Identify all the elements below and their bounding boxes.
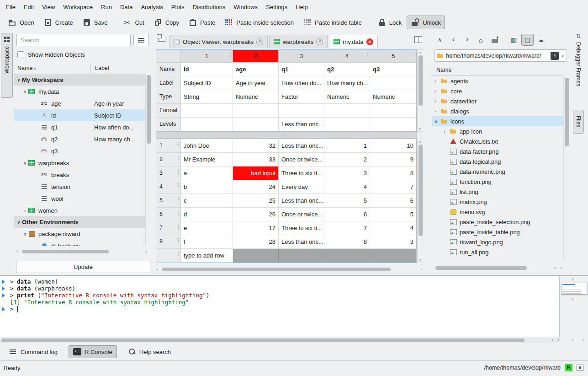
cut-button[interactable]: Cut — [119, 16, 148, 29]
meta-cell[interactable]: How often do... — [279, 76, 324, 90]
file-tree-item[interactable]: data-factor.png — [432, 146, 563, 156]
column-grip-icon[interactable] — [228, 53, 232, 57]
row-grip-icon[interactable] — [176, 142, 180, 146]
workspace-tree-item[interactable]: tension — [14, 181, 145, 193]
workspace-tree-item[interactable]: ∨ package:rkward — [14, 228, 145, 240]
data-cell[interactable]: 32 — [233, 139, 279, 153]
file-tree-item[interactable]: function.png — [432, 177, 563, 187]
meta-cell[interactable]: Numeric — [324, 90, 370, 104]
prompt-marker-icon[interactable] — [2, 307, 5, 312]
forward-button[interactable] — [461, 34, 473, 46]
workspace-tree-item[interactable]: › women — [14, 204, 145, 216]
data-cell[interactable]: Once or twice... — [279, 153, 324, 167]
meta-row-header[interactable]: Format — [156, 104, 181, 118]
scrollbar-handle[interactable] — [435, 266, 527, 270]
row-grip-icon[interactable] — [176, 225, 180, 229]
scrollbar-handle[interactable] — [418, 55, 423, 106]
data-cell[interactable]: b — [181, 180, 233, 194]
menu-item[interactable]: Workspace — [59, 1, 97, 13]
prompt-marker-icon[interactable] — [2, 286, 5, 291]
data-cell[interactable]: 9 — [370, 153, 416, 167]
prompt-marker-icon[interactable] — [2, 293, 5, 298]
dock-arrows-icon[interactable] — [576, 33, 581, 39]
data-cell[interactable]: 8 — [324, 235, 370, 249]
paste-inside-table-button[interactable]: Paste inside table — [299, 16, 366, 29]
menu-item[interactable]: View — [38, 1, 59, 13]
data-cell[interactable]: Less than onc... — [279, 235, 324, 249]
search-input[interactable] — [16, 34, 131, 46]
column-grip-icon[interactable] — [319, 53, 323, 57]
data-cell[interactable]: 10 — [370, 139, 416, 153]
scroll-right-icon[interactable] — [420, 266, 422, 272]
meta-pane-scrollbar[interactable] — [417, 49, 423, 132]
meta-row-header[interactable]: Name — [156, 63, 181, 76]
scrollbar-handle[interactable] — [147, 75, 151, 144]
workspace-tree-item[interactable]: q3 — [14, 145, 145, 157]
meta-cell[interactable]: How many ch... — [324, 76, 370, 90]
file-tree-item[interactable]: › app-icon — [432, 126, 563, 136]
data-cell[interactable]: John Doe — [181, 139, 233, 153]
column-header[interactable]: 1 — [181, 50, 233, 63]
data-cell[interactable]: Mr Example — [181, 153, 233, 167]
data-cell[interactable]: 6 — [324, 208, 370, 221]
file-tree-item[interactable]: › dataeditor — [432, 96, 563, 106]
scroll-up-icon[interactable]: ∧ — [571, 277, 574, 281]
file-tree-item[interactable]: data-numeric.png — [432, 167, 563, 177]
scroll-down-icon[interactable] — [418, 258, 423, 262]
close-modified-tab-icon[interactable]: × — [366, 38, 373, 45]
name-column-header[interactable]: Name — [17, 65, 37, 71]
r-console-button[interactable]: R Console — [69, 345, 117, 358]
row-header[interactable]: 1 — [156, 139, 181, 153]
meta-cell[interactable]: age — [233, 63, 279, 76]
column-grip-icon[interactable] — [365, 53, 369, 57]
meta-cell[interactable] — [324, 118, 370, 131]
meta-cell[interactable]: q3 — [370, 63, 416, 76]
menu-item[interactable]: Edit — [20, 1, 38, 13]
data-cell[interactable]: Every day — [279, 180, 324, 194]
files-hscrollbar[interactable] — [434, 265, 563, 271]
data-cell[interactable]: 33 — [233, 153, 279, 167]
workspace-tree-item[interactable]: wool — [14, 193, 145, 204]
workspace-dock-tab[interactable]: Workspace — [1, 33, 13, 98]
tree-view-button[interactable] — [521, 34, 534, 46]
back-button[interactable] — [447, 34, 460, 46]
workspace-tree-item[interactable]: ∨ My Workspace — [14, 74, 145, 86]
expand-arrow-icon[interactable]: › — [22, 208, 28, 213]
files-vscrollbar[interactable] — [563, 76, 569, 260]
split-view-icon[interactable] — [414, 36, 422, 43]
console-hscrollbar[interactable] — [0, 337, 560, 343]
menu-item[interactable]: Plots — [167, 1, 189, 13]
scrollbar-handle[interactable] — [565, 78, 569, 146]
tab-object-viewer[interactable]: Object Viewer: warpbreaks × — [169, 35, 268, 48]
meta-cell[interactable] — [233, 118, 279, 131]
data-cell[interactable]: Less than onc... — [279, 194, 324, 208]
workspace-hscrollbar[interactable] — [16, 249, 148, 254]
workspace-tree-item[interactable]: ∨ Other Environments — [14, 216, 145, 228]
meta-cell[interactable]: q1 — [279, 63, 324, 76]
data-cell[interactable]: a — [181, 167, 233, 180]
debugger-frames-dock-tab[interactable]: Debugger Frames — [575, 42, 582, 106]
row-grip-icon[interactable] — [176, 183, 180, 188]
row-header[interactable]: 5 — [156, 194, 181, 208]
column-header[interactable]: 3 — [279, 50, 324, 63]
row-header[interactable] — [156, 249, 181, 263]
row-grip-icon[interactable] — [176, 211, 180, 215]
scroll-left-icon[interactable] — [16, 248, 18, 254]
column-grip-icon[interactable] — [412, 53, 416, 57]
data-cell[interactable]: 3 — [370, 235, 416, 249]
expand-arrow-icon[interactable]: ∨ — [22, 89, 28, 94]
scroll-right-icon[interactable] — [145, 248, 147, 254]
column-header[interactable]: 2 — [233, 50, 279, 63]
close-tab-icon[interactable]: × — [316, 38, 323, 45]
meta-cell[interactable] — [181, 118, 233, 131]
meta-cell[interactable] — [181, 104, 233, 118]
meta-cell[interactable]: Factor — [279, 90, 324, 104]
file-tree-item[interactable]: menu.svg — [432, 207, 563, 217]
data-cell[interactable]: 4 — [324, 180, 370, 194]
data-cell[interactable]: 7 — [370, 180, 416, 194]
file-tree-item[interactable]: rkward_logo.png — [432, 237, 563, 247]
expand-arrow-icon[interactable]: › — [434, 89, 440, 94]
row-header[interactable]: 4 — [156, 180, 181, 194]
data-cell[interactable]: 7 — [324, 221, 370, 235]
add-row-edit-cell[interactable]: type to add row — [181, 249, 233, 263]
